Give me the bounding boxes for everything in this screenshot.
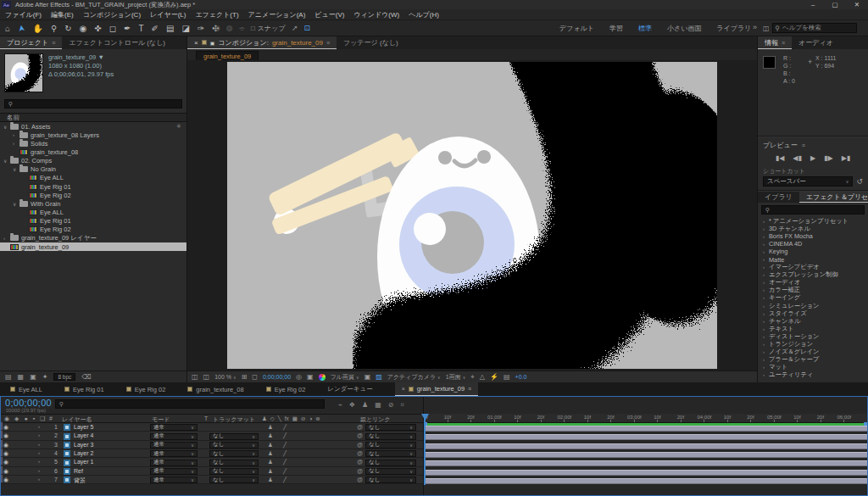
workspace-tab[interactable]: 小さい画面 [667,24,701,33]
project-tree-item[interactable]: Eye ALL ⚛ [0,174,186,182]
twirl-icon[interactable]: › [38,459,40,464]
reset-icon[interactable]: ↺ [856,177,863,186]
playhead-line[interactable] [424,414,426,485]
grid-gizmo-icon[interactable]: ⊡ [304,24,311,32]
more-workspaces-icon[interactable]: » [753,23,757,31]
parent-dropdown[interactable]: なし∨ [365,476,416,483]
shortcut-dropdown[interactable]: スペースバー ∨ [763,176,853,187]
current-timecode[interactable]: 0;00;00;00 [5,398,52,408]
parent-dropdown[interactable]: なし∨ [365,442,416,449]
panel-menu-icon[interactable]: ≡ [782,40,785,46]
layer-name[interactable]: Layer 3 [74,442,93,448]
project-search-input[interactable]: ⚲ [4,99,182,109]
quality-switch-icon[interactable]: ♟ [268,450,273,457]
menu-item[interactable]: コンポジション(C) [83,10,141,20]
blend-mode-dropdown[interactable]: 通常∨ [150,450,198,457]
timeline-layer-row[interactable]: ◉ › 1 Layer 5 通常∨ ∨ ♟ ╱ @ な [1,423,423,432]
twirl-icon[interactable]: › [38,468,40,473]
effects-category[interactable]: › CINEMA 4D [758,240,868,248]
blend-mode-dropdown[interactable]: 通常∨ [150,460,198,466]
layer-name[interactable]: Layer 4 [74,432,93,438]
effects-category[interactable]: › 3D チャンネル [758,225,868,232]
trackmatte-dropdown[interactable]: なし∨ [209,433,259,440]
adjust-icon[interactable]: ✦ [42,373,48,381]
rotation-tool-icon[interactable]: ↻ [64,24,71,33]
viewer-timecode[interactable]: 0;00;00;00 [263,374,291,380]
bit-depth-button[interactable]: 8 bpc [53,373,75,381]
effects-category[interactable]: › Boris FX Mocha [758,232,868,240]
blend-mode-dropdown[interactable]: 通常∨ [150,424,198,431]
view-layout-dropdown[interactable]: 1画面∨ [446,373,466,382]
twirl-icon[interactable]: › [763,319,769,324]
project-tree-item[interactable]: Eye Rig 02 ⚛ [0,191,186,199]
twirl-icon[interactable]: › [763,257,769,262]
timeline-comp-tab[interactable]: × Eye ALL ≡ [10,382,42,396]
layer-name[interactable]: Ref [74,468,83,474]
layer-duration-bar[interactable] [424,443,867,449]
effects-search-input[interactable]: ⚲ [761,205,865,215]
twirl-icon[interactable]: ∨ [13,166,19,172]
eye-toggle[interactable]: ◉ [3,450,8,457]
tab-footage[interactable]: フッテージ (なし) [337,36,405,49]
parent-pickwhip-icon[interactable]: @ [357,442,363,448]
twirl-icon[interactable]: › [763,342,769,347]
align-icon[interactable]: ➚ [292,24,298,32]
project-tree-item[interactable]: › Solids ⚛ [0,139,186,148]
lock-column-icon[interactable]: ▪ [33,415,35,422]
twirl-icon[interactable]: › [763,249,769,254]
crosshair-icon[interactable]: ⌖ [470,373,475,382]
show-snapshot-icon[interactable]: ▣ [307,373,314,381]
type-tool-icon[interactable]: T [138,24,143,33]
motion-blur-toggle-icon[interactable]: ⊘ [388,401,394,410]
first-frame-button[interactable]: ▮◀ [776,154,785,162]
quality-switch-icon[interactable]: ♟ [268,476,273,483]
eye-toggle[interactable]: ◉ [3,476,8,483]
parent-pickwhip-icon[interactable]: @ [357,468,363,474]
menu-item[interactable]: ファイル(F) [5,10,42,20]
twirl-icon[interactable]: › [763,280,769,285]
workspace-tab[interactable]: 学習 [609,24,623,33]
zoom-tool-icon[interactable]: ⚲ [51,24,57,33]
layer-duration-bar[interactable] [424,478,867,484]
timeline-comp-tab[interactable]: × Eye Rig 01 ≡ [64,382,104,396]
mini-flowchart-icon[interactable]: ▤ [504,373,510,381]
blend-mode-dropdown[interactable]: 通常∨ [150,468,198,475]
panel-box-icon[interactable]: ◫ [763,25,770,32]
footage-name[interactable]: grain_texture_09 ▼ [48,53,114,62]
menu-item[interactable]: 編集(E) [51,10,74,20]
eraser-tool-icon[interactable]: ◪ [181,24,189,33]
twirl-icon[interactable]: › [763,272,769,277]
twirl-icon[interactable]: ∨ [3,124,10,130]
trackmatte-dropdown[interactable]: なし∨ [209,442,259,449]
twirl-icon[interactable]: › [38,476,40,482]
timeline-layer-row[interactable]: ◉ › 3 Layer 3 通常∨ なし∨ ♟ ╱ @ [1,441,423,449]
twirl-icon[interactable]: › [763,242,769,247]
project-tree-item[interactable]: › grain_texture_09 レイヤー ⚛ [0,234,186,242]
tab-audio[interactable]: オーディオ [792,36,840,49]
menu-item[interactable]: アニメーション(A) [248,10,306,20]
name-column-header[interactable]: 名前 [0,113,186,122]
close-icon[interactable]: × [194,39,198,47]
effects-category[interactable]: › Keying [758,248,868,255]
twirl-icon[interactable]: › [763,304,769,309]
parent-pickwhip-icon[interactable]: @ [357,450,363,456]
interpret-footage-icon[interactable]: ▤ [5,373,12,381]
layer-duration-bar[interactable] [424,452,867,458]
solo-column-icon[interactable]: ● [25,415,28,422]
channels-icon[interactable] [319,374,326,381]
timeline-track-area[interactable]: 00f10f20f01;00f10f20f02;00f10f20f03;00f1… [423,397,867,495]
project-tree-item[interactable]: › grain_texture_08 Layers ⚛ [0,131,186,139]
close-button[interactable]: ✕ [846,1,868,8]
parent-dropdown[interactable]: なし∨ [365,450,416,457]
effects-category[interactable]: › ユーティリティ [758,371,868,379]
panel-menu-icon[interactable]: ≡ [468,386,471,392]
timeline-comp-tab[interactable]: × Eye Rig 02 ≡ [126,382,166,396]
parent-pickwhip-icon[interactable]: @ [357,424,363,430]
layer-duration-bar[interactable] [424,470,867,476]
layer-color-swatch[interactable] [1,422,3,430]
resolution-dropdown[interactable]: フル画質∨ [331,373,359,382]
play-button[interactable]: ▶ [810,154,815,162]
timeline-comp-tab[interactable]: × grain_texture_09 ≡ [395,382,478,396]
grid-guides-icon[interactable]: ⊞ [242,373,248,381]
graph-editor-icon[interactable]: ⌗ [400,401,404,410]
